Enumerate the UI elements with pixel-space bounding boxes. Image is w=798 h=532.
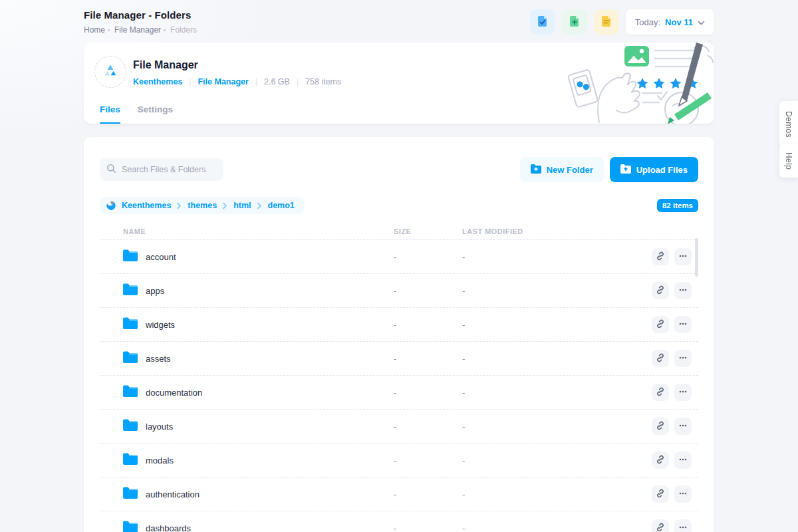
search-box[interactable] <box>100 158 223 181</box>
folder-modified: - <box>462 489 652 499</box>
table-row[interactable]: dashboards - - <box>100 511 698 532</box>
keenthemes-swirl-icon <box>106 200 116 211</box>
topbar: File Manager - Folders Home File Manager… <box>84 0 714 35</box>
folder-modified: - <box>462 422 652 432</box>
storage-size-stat: 2.6 GB <box>264 77 290 86</box>
keenthemes-link[interactable]: Keenthemes <box>133 77 182 86</box>
card-meta: Keenthemes | File Manager | 2.6 GB | 758… <box>133 77 341 86</box>
copy-link-button[interactable] <box>652 282 669 299</box>
upload-files-button[interactable]: Upload Files <box>610 157 698 182</box>
file-manager-header-card: File Manager Keenthemes | File Manager |… <box>84 43 714 124</box>
path-segment-html[interactable]: html <box>233 201 251 210</box>
column-header-modified: LAST MODIFIED <box>462 227 692 235</box>
chevron-right-icon <box>222 202 228 209</box>
folder-icon <box>123 487 138 501</box>
folder-name[interactable]: widgets <box>146 320 175 330</box>
folder-name[interactable]: account <box>146 252 176 262</box>
copy-link-button[interactable] <box>652 418 669 435</box>
file-manager-link[interactable]: File Manager <box>198 77 248 86</box>
tab-files[interactable]: Files <box>100 104 120 124</box>
folder-modified: - <box>462 320 652 330</box>
more-options-button[interactable] <box>674 384 692 401</box>
more-options-button[interactable] <box>674 248 692 265</box>
breadcrumb-home[interactable]: Home <box>84 25 105 35</box>
folder-modified: - <box>462 286 652 296</box>
file-plus-button[interactable] <box>562 9 587 35</box>
folder-size: - <box>394 286 462 296</box>
meta-divider: | <box>255 77 257 86</box>
tab-settings[interactable]: Settings <box>138 104 173 124</box>
help-side-tab[interactable]: Help <box>779 144 798 178</box>
date-filter-label: Today: <box>635 17 660 27</box>
chevron-down-icon <box>698 16 705 28</box>
more-options-button[interactable] <box>674 519 692 532</box>
files-toolbar: New Folder Upload Files <box>100 137 698 182</box>
copy-link-button[interactable] <box>652 384 669 401</box>
search-input[interactable] <box>122 165 217 174</box>
file-check-button[interactable] <box>530 9 555 35</box>
more-options-button[interactable] <box>674 418 692 435</box>
link-icon <box>656 387 665 398</box>
folder-name[interactable]: documentation <box>146 388 202 398</box>
table-scrollbar[interactable] <box>695 238 698 277</box>
ellipsis-icon <box>678 455 688 466</box>
more-options-button[interactable] <box>674 350 692 367</box>
new-folder-button[interactable]: New Folder <box>520 157 604 182</box>
demos-side-tab[interactable]: Demos <box>779 101 798 148</box>
path-row: Keenthemes themes html demo1 82 items <box>100 197 698 214</box>
table-row[interactable]: layouts - - <box>100 409 698 443</box>
header-card-info: File Manager Keenthemes | File Manager |… <box>133 59 341 86</box>
copy-link-button[interactable] <box>652 519 669 532</box>
breadcrumb-file-manager[interactable]: File Manager <box>114 25 161 35</box>
table-row[interactable]: apps - - <box>100 273 698 307</box>
chevron-right-icon <box>176 202 182 209</box>
table-row[interactable]: assets - - <box>100 341 698 375</box>
breadcrumb-dot <box>164 29 166 31</box>
copy-link-button[interactable] <box>652 485 669 503</box>
copy-link-button[interactable] <box>652 452 669 469</box>
folder-name[interactable]: dashboards <box>146 523 191 532</box>
folder-size: - <box>394 422 462 432</box>
folder-icon <box>123 385 138 400</box>
path-segment-themes[interactable]: themes <box>188 201 217 210</box>
table-row[interactable]: account - - <box>100 239 698 273</box>
breadcrumb-dot <box>108 29 110 31</box>
file-lines-button[interactable] <box>594 9 619 35</box>
copy-link-button[interactable] <box>652 248 669 265</box>
page-heading: File Manager - Folders Home File Manager… <box>84 9 197 35</box>
table-row[interactable]: authentication - - <box>100 477 698 511</box>
file-plus-icon <box>568 15 581 30</box>
folder-name[interactable]: authentication <box>146 489 200 499</box>
more-options-button[interactable] <box>674 452 692 469</box>
files-card: New Folder Upload Files Keenthemes theme… <box>84 137 714 532</box>
more-options-button[interactable] <box>674 316 692 333</box>
table-row[interactable]: documentation - - <box>100 375 698 409</box>
link-icon <box>656 251 665 263</box>
more-options-button[interactable] <box>674 485 692 503</box>
keenthemes-logo-icon <box>102 62 119 82</box>
more-options-button[interactable] <box>674 282 692 299</box>
ellipsis-icon <box>678 319 688 331</box>
new-folder-label: New Folder <box>547 165 593 175</box>
copy-link-button[interactable] <box>652 350 669 367</box>
folder-icon <box>123 351 138 366</box>
path-segment-demo1[interactable]: demo1 <box>268 201 295 210</box>
path-segment-keenthemes[interactable]: Keenthemes <box>122 201 171 210</box>
folder-name[interactable]: modals <box>146 456 174 466</box>
folder-modified: - <box>462 388 652 398</box>
folder-name[interactable]: assets <box>146 354 171 364</box>
folder-name[interactable]: apps <box>146 286 164 296</box>
folder-modified: - <box>462 354 652 364</box>
ellipsis-icon <box>678 489 688 500</box>
date-filter-dropdown[interactable]: Today: Nov 11 <box>626 9 714 35</box>
copy-link-button[interactable] <box>652 316 669 333</box>
avatar <box>94 56 126 88</box>
ellipsis-icon <box>678 251 688 263</box>
table-row[interactable]: widgets - - <box>100 307 698 341</box>
folder-size: - <box>394 523 462 532</box>
table-row[interactable]: modals - - <box>100 443 698 477</box>
folder-name[interactable]: layouts <box>146 422 173 432</box>
breadcrumb: Home File Manager Folders <box>84 25 197 35</box>
folder-size: - <box>394 456 462 466</box>
folder-icon <box>123 521 138 532</box>
